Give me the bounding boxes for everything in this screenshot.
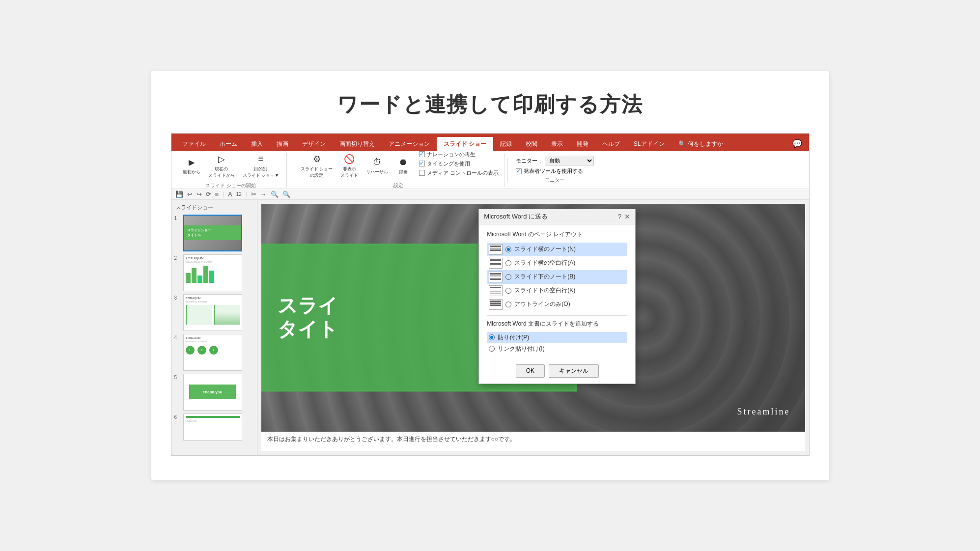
tab-transitions[interactable]: 画面切り替え bbox=[333, 137, 382, 151]
option-link-paste[interactable]: リンク貼り付け(I) bbox=[487, 343, 627, 355]
slide-item-5[interactable]: 5 Thank you bbox=[171, 372, 257, 412]
slide-item-6[interactable]: 6 CONTENT bbox=[171, 412, 257, 442]
radio-notes-below[interactable] bbox=[505, 274, 511, 280]
zoom-out-icon[interactable]: 🔍 bbox=[282, 191, 290, 198]
btn-from-current[interactable]: ▷ 現在のスライドから bbox=[206, 151, 237, 180]
narration-checkbox[interactable] bbox=[419, 151, 425, 157]
option-label-paste: 貼り付け(P) bbox=[498, 333, 529, 342]
check-media[interactable]: メディア コントロールの表示 bbox=[419, 169, 499, 177]
btn-label: 現在のスライドから bbox=[208, 166, 235, 179]
btn-custom-show[interactable]: ≡ 目的別スライド ショー▼ bbox=[240, 151, 281, 180]
option-blank-right[interactable]: スライド横の空白行(A) bbox=[487, 256, 627, 270]
tab-sladdin[interactable]: SLアドイン bbox=[627, 137, 672, 151]
tab-slideshow[interactable]: スライド ショー bbox=[437, 137, 493, 151]
slide-item-3[interactable]: 3 2 TITLEQUIM MEASURING ELEMENT bbox=[171, 293, 257, 332]
tab-design[interactable]: デザイン bbox=[295, 137, 333, 151]
rehearse-icon: ⏱ bbox=[370, 155, 384, 169]
arrow-icon[interactable]: → bbox=[260, 191, 267, 198]
comment-icon[interactable]: 💬 bbox=[792, 139, 802, 148]
timing-checkbox[interactable] bbox=[419, 161, 425, 166]
tab-draw[interactable]: 描画 bbox=[270, 137, 295, 151]
btn-record[interactable]: ⏺ 録画 bbox=[393, 154, 413, 177]
ok-button[interactable]: OK bbox=[516, 364, 545, 378]
radio-blank-right[interactable] bbox=[505, 260, 511, 266]
option-notes-below[interactable]: スライド下のノート(B) bbox=[487, 270, 627, 284]
option-label-outline-only: アウトラインのみ(O) bbox=[514, 300, 570, 308]
cut-icon[interactable]: ✂ bbox=[251, 191, 256, 198]
btn-rehearse[interactable]: ⏱ リハーサル bbox=[364, 154, 391, 177]
font-icon[interactable]: A bbox=[228, 191, 232, 198]
radio-notes-right[interactable] bbox=[505, 247, 511, 252]
play-current-icon: ▷ bbox=[215, 152, 228, 166]
check-narration[interactable]: ナレーションの再生 bbox=[419, 151, 499, 158]
separator: | bbox=[223, 191, 224, 197]
blank-right-icon bbox=[489, 258, 503, 269]
notes-text: 本日はお集まりいただきありがとうございます。本日進行を担当させていただきます○○… bbox=[267, 436, 516, 442]
tab-search[interactable]: 🔍 何をしますか bbox=[672, 137, 730, 151]
redo-icon[interactable]: ↪ bbox=[196, 191, 202, 198]
tab-record[interactable]: 記録 bbox=[493, 137, 519, 151]
tab-insert[interactable]: 挿入 bbox=[244, 137, 270, 151]
btn-hide-slide[interactable]: 🚫 非表示スライド bbox=[338, 151, 361, 180]
slide-thumb-3: 2 TITLEQUIM MEASURING ELEMENT bbox=[183, 294, 242, 331]
slide-item-1[interactable]: 1 スライドショータイトル bbox=[171, 213, 257, 253]
tab-animation[interactable]: アニメーション bbox=[382, 137, 437, 151]
slide-thumb-4: 3 TITLEQUIM MEASURING ELEMENT 1 2 3 bbox=[183, 334, 242, 371]
setup-buttons: ⚙ スライド ショーの設定 🚫 非表示スライド ⏱ リハーサル ⏺ bbox=[298, 151, 414, 180]
option-outline-only[interactable]: アウトラインのみ(O) bbox=[487, 298, 627, 311]
monitor-select[interactable]: 自動 bbox=[545, 156, 594, 165]
option-label-link-paste: リンク貼り付け(I) bbox=[498, 345, 544, 353]
btn-label: スライド ショーの設定 bbox=[301, 166, 333, 179]
group-label-start: スライド ショーの開始 bbox=[205, 182, 256, 189]
option-blank-below[interactable]: スライド下の空白行(K) bbox=[487, 284, 627, 298]
tab-view[interactable]: 表示 bbox=[544, 137, 570, 151]
zoom-in-icon[interactable]: 🔍 bbox=[271, 191, 279, 198]
tab-file[interactable]: ファイル bbox=[175, 137, 213, 151]
slide-number-6: 6 bbox=[174, 414, 181, 420]
monitor-label: モニター： bbox=[516, 157, 543, 165]
word-dialog[interactable]: Microsoft Word に送る ? ✕ Microsoft Word のペ… bbox=[478, 209, 636, 384]
close-button[interactable]: ✕ bbox=[624, 213, 630, 220]
main-area: スライドショー 1 スライドショータイトル 2 bbox=[171, 200, 809, 455]
add-section-title: Microsoft Word 文書にスライドを追加する bbox=[487, 320, 627, 328]
tab-help[interactable]: ヘルプ bbox=[595, 137, 627, 151]
slide-item-2[interactable]: 2 1 TITLEQUIM MEASURING ELEMENT bbox=[171, 253, 257, 293]
check-presenter[interactable]: 発表者ツールを使用する bbox=[516, 167, 594, 175]
option-label-notes-right: スライド横のノート(N) bbox=[514, 245, 576, 253]
menu-icon[interactable]: ≡ bbox=[215, 191, 219, 198]
hide-slide-icon: 🚫 bbox=[342, 152, 356, 166]
media-checkbox[interactable] bbox=[419, 170, 425, 176]
group-label-setup: 設定 bbox=[393, 182, 403, 189]
notes-below-icon bbox=[489, 272, 503, 282]
radio-link-paste[interactable] bbox=[489, 346, 495, 352]
btn-from-beginning[interactable]: ▶ 最初から bbox=[180, 154, 203, 177]
option-notes-right[interactable]: スライド横のノート(N) bbox=[487, 243, 627, 256]
tab-develop[interactable]: 開発 bbox=[570, 137, 595, 151]
presenter-checkbox[interactable] bbox=[516, 168, 522, 174]
slide-item-4[interactable]: 4 3 TITLEQUIM MEASURING ELEMENT 1 2 3 bbox=[171, 332, 257, 372]
btn-setup[interactable]: ⚙ スライド ショーの設定 bbox=[298, 151, 336, 180]
slide-panel-header: スライドショー bbox=[171, 204, 257, 213]
radio-blank-below[interactable] bbox=[505, 288, 511, 294]
dialog-divider bbox=[487, 315, 627, 316]
notes-area: 本日はお集まりいただきありがとうございます。本日進行を担当させていただきます○○… bbox=[261, 432, 805, 451]
tab-review[interactable]: 校閲 bbox=[519, 137, 544, 151]
radio-paste[interactable] bbox=[489, 334, 495, 340]
btn-label: 目的別スライド ショー▼ bbox=[243, 166, 279, 179]
help-button[interactable]: ? bbox=[618, 213, 622, 220]
media-label: メディア コントロールの表示 bbox=[427, 169, 499, 177]
tab-home[interactable]: ホーム bbox=[213, 137, 244, 151]
save-icon[interactable]: 💾 bbox=[175, 191, 183, 198]
font-size-input[interactable]: 12 bbox=[236, 192, 242, 197]
ribbon-separator-1 bbox=[290, 158, 290, 182]
undo-icon[interactable]: ↩ bbox=[187, 191, 193, 198]
option-paste[interactable]: 貼り付け(P) bbox=[487, 332, 627, 343]
slide-number-4: 4 bbox=[174, 335, 181, 340]
search-icon: 🔍 bbox=[678, 140, 686, 147]
radio-outline-only[interactable] bbox=[505, 302, 511, 307]
refresh-icon[interactable]: ⟳ bbox=[206, 191, 211, 198]
custom-show-icon: ≡ bbox=[254, 152, 268, 166]
cancel-button[interactable]: キャンセル bbox=[549, 364, 599, 378]
check-timing[interactable]: タイミングを使用 bbox=[419, 160, 499, 167]
layout-section-title: Microsoft Word のページ レイアウト bbox=[487, 230, 627, 239]
